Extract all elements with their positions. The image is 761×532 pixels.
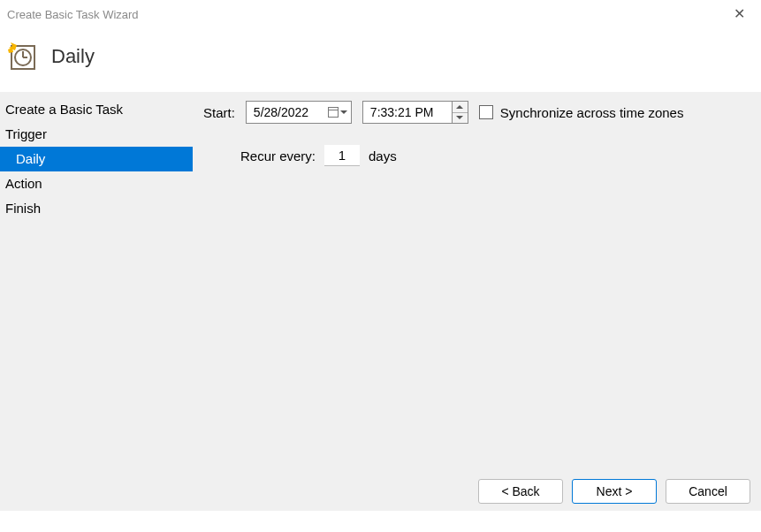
sidebar-item-label: Finish [5, 201, 41, 216]
sidebar-item-label: Trigger [5, 126, 47, 141]
next-button[interactable]: Next > [572, 479, 657, 504]
start-time-field[interactable]: 7:33:21 PM [362, 101, 468, 124]
recur-label: Recur every: [240, 148, 316, 163]
sync-timezones-row: Synchronize across time zones [479, 105, 684, 120]
date-picker-toggle[interactable] [328, 107, 347, 118]
wizard-body: Create a Basic Task Trigger Daily Action… [0, 92, 761, 472]
recur-row: Recur every: days [240, 145, 750, 166]
chevron-down-icon [456, 116, 463, 119]
sidebar-item-trigger[interactable]: Trigger [0, 122, 193, 147]
sidebar-item-label: Daily [16, 151, 45, 166]
back-button[interactable]: < Back [478, 479, 563, 504]
cancel-button[interactable]: Cancel [666, 479, 750, 504]
close-icon[interactable]: ✕ [728, 4, 750, 25]
spinner-down-button[interactable] [453, 113, 468, 124]
titlebar: Create Basic Task Wizard ✕ [0, 0, 761, 28]
start-time-value: 7:33:21 PM [370, 105, 434, 119]
sync-timezones-label: Synchronize across time zones [500, 105, 684, 120]
chevron-up-icon [456, 105, 463, 109]
start-date-value: 5/28/2022 [254, 105, 308, 119]
page-title: Daily [51, 45, 95, 68]
sidebar-item-create-basic-task[interactable]: Create a Basic Task [0, 97, 193, 122]
calendar-icon [328, 107, 339, 118]
sync-timezones-checkbox[interactable] [479, 105, 493, 119]
sidebar-item-action[interactable]: Action [0, 171, 193, 196]
sidebar-item-daily[interactable]: Daily [0, 147, 193, 171]
window-title: Create Basic Task Wizard [7, 8, 139, 21]
svg-marker-5 [8, 48, 13, 53]
sidebar-item-finish[interactable]: Finish [0, 196, 193, 221]
wizard-content: Start: 5/28/2022 7:33:21 PM Synchronize … [193, 92, 761, 472]
wizard-steps-sidebar: Create a Basic Task Trigger Daily Action… [0, 92, 193, 472]
wizard-header: Daily [0, 28, 761, 92]
recur-unit-label: days [369, 148, 397, 163]
chevron-down-icon [340, 110, 347, 114]
start-row: Start: 5/28/2022 7:33:21 PM Synchronize … [203, 101, 750, 124]
start-date-field[interactable]: 5/28/2022 [246, 101, 352, 124]
spinner-up-button[interactable] [453, 102, 468, 113]
recur-interval-input[interactable] [324, 145, 360, 166]
task-clock-icon [7, 41, 39, 72]
wizard-footer: < Back Next > Cancel [0, 472, 761, 511]
start-label: Start: [203, 105, 235, 120]
sidebar-item-label: Create a Basic Task [5, 102, 123, 117]
sidebar-item-label: Action [5, 176, 42, 191]
time-spinner [452, 102, 468, 123]
